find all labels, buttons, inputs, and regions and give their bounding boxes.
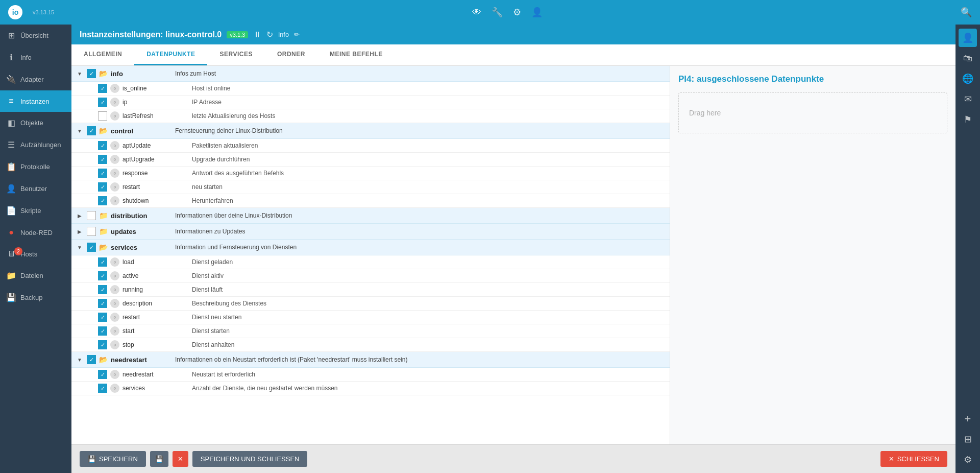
tab-ordner[interactable]: ORDNER [265,44,317,65]
group-row-needrestart: ▼ 📂 needrestart Informationen ob ein Neu… [71,352,670,368]
sidebar-item-objekte[interactable]: ◧ Objekte [0,112,71,134]
dp-name-description: description [122,300,189,307]
search-icon[interactable]: 🔍 [961,7,972,18]
content-split: ▼ 📂 info Infos zum Host ○ is_online Host… [71,66,955,444]
tab-datenpunkte[interactable]: DATENPUNKTE [134,44,207,65]
checkbox-needrestart[interactable] [87,355,96,364]
checkbox-needrestart-dp[interactable] [98,370,107,379]
pause-icon[interactable]: ⏸ [253,30,261,39]
checkbox-distribution[interactable] [87,211,96,220]
checkbox-restart-ctrl[interactable] [98,182,107,192]
dp-name-services-nr: services [122,385,189,392]
tab-services[interactable]: SERVICES [207,44,264,65]
type-icon-lastrefresh: ○ [110,111,119,121]
sidebar-item-skripte[interactable]: 📄 Skripte [0,200,71,222]
sidebar-item-hosts[interactable]: 🖥 Hosts 2 [0,243,71,265]
save2-icon: 💾 [155,455,163,463]
checkbox-running[interactable] [98,285,107,294]
checkbox-shutdown[interactable] [98,196,107,205]
rs-globe-icon[interactable]: 🌐 [959,69,977,88]
folder-icon-info: 📂 [99,69,108,78]
checkbox-aptupgrade[interactable] [98,155,107,164]
rs-settings-icon[interactable]: ⚙ [959,451,977,469]
data-row-shutdown: ○ shutdown Herunterfahren [71,194,670,208]
rs-user-icon[interactable]: 👤 [959,29,977,47]
person-icon[interactable]: 👤 [531,7,543,18]
expand-needrestart[interactable]: ▼ [76,356,84,364]
sidebar-item-adapter[interactable]: 🔌 Adapter [0,68,71,90]
close-button[interactable]: ✕ SCHLIESSEN [880,451,947,467]
dp-name-ip: ip [122,99,189,106]
save-close-button[interactable]: SPEICHERN UND SCHLIESSEN [192,451,308,467]
checkbox-stop[interactable] [98,340,107,349]
sidebar-item-label: Info [20,54,32,61]
checkbox-aptupdate[interactable] [98,141,107,150]
refresh-icon[interactable]: ↻ [266,30,273,39]
checkbox-start[interactable] [98,326,107,336]
rs-table-icon[interactable]: ⊞ [959,430,977,448]
tab-allgemein[interactable]: ALLGEMEIN [71,44,134,65]
sidebar-item-protokolle[interactable]: 📋 Protokolle [0,156,71,178]
data-row-description: ○ description Beschreibung des Dienstes [71,297,670,311]
save-label: SPEICHERN [99,455,138,463]
sidebar-item-label: Node-RED [20,229,53,236]
tab-meine-befehle[interactable]: MEINE BEFEHLE [317,44,395,65]
sidebar-item-instanzen[interactable]: ≡ Instanzen [0,90,71,112]
dp-desc-is-online: Host ist online [192,85,666,92]
info-link[interactable]: info [278,31,289,38]
wrench-icon[interactable]: 🔧 [492,7,503,18]
checkbox-ip[interactable] [98,98,107,107]
sidebar-item-label: Dateien [20,272,43,279]
checkbox-load[interactable] [98,257,107,267]
sidebar-item-backup[interactable]: 💾 Backup [0,287,71,309]
expand-updates[interactable]: ▶ [76,227,84,235]
prot-icon: 📋 [6,162,16,172]
type-icon-needrestart-dp: ○ [110,370,119,379]
rs-bag-icon[interactable]: 🛍 [959,49,977,67]
rs-mail-icon[interactable]: ✉ [959,90,977,108]
save-icon-only-button[interactable]: 💾 [150,451,168,467]
version-label: v3.13.15 [33,9,54,15]
dp-name-needrestart-dp: needrestart [122,371,189,378]
checkbox-description[interactable] [98,299,107,308]
sidebar-item-uebersicht[interactable]: ⊞ Übersicht [0,25,71,46]
sidebar-item-dateien[interactable]: 📁 Dateien [0,265,71,287]
gear-icon[interactable]: ⚙ [513,7,521,18]
script-icon: 📄 [6,206,16,216]
checkbox-is-online[interactable] [98,84,107,93]
checkbox-control[interactable] [87,126,96,135]
dp-name-stop: stop [122,341,189,348]
checkbox-restart-svc[interactable] [98,313,107,322]
edit-icon[interactable]: ✏ [294,31,300,38]
type-icon-description: ○ [110,299,119,308]
checkbox-services-nr[interactable] [98,384,107,393]
data-row-lastrefresh: ○ lastRefresh letzte Aktualisierung des … [71,109,670,123]
sidebar-item-benutzer[interactable]: 👤 Benutzer [0,178,71,200]
expand-control[interactable]: ▼ [76,127,84,135]
save-button[interactable]: 💾 SPEICHERN [80,451,146,467]
checkbox-lastrefresh[interactable] [98,111,107,121]
type-icon-active: ○ [110,271,119,280]
sidebar-item-aufzaehlungen[interactable]: ☰ Aufzählungen [0,134,71,156]
eye-icon[interactable]: 👁 [472,7,481,18]
rs-plus-icon[interactable]: + [959,410,977,428]
discard-button[interactable]: ✕ [173,451,188,467]
dp-name-load: load [122,258,189,266]
group-desc-control: Fernsteuerung deiner Linux-Distribution [175,127,283,134]
rs-flag-icon[interactable]: ⚑ [959,110,977,129]
sidebar-item-info[interactable]: ℹ Info [0,46,71,68]
checkbox-response[interactable] [98,169,107,178]
expand-info[interactable]: ▼ [76,69,84,78]
dp-desc-aptupgrade: Upgrade durchführen [192,156,666,163]
expand-distribution[interactable]: ▶ [76,211,84,220]
files-icon: 📁 [6,271,16,280]
checkbox-updates[interactable] [87,227,96,236]
sidebar-item-node-red[interactable]: ● Node-RED [0,222,71,243]
checkbox-active[interactable] [98,271,107,280]
checkbox-info[interactable] [87,69,96,78]
tabs: ALLGEMEIN DATENPUNKTE SERVICES ORDNER ME… [71,44,955,66]
checkbox-services[interactable] [87,243,96,252]
expand-services[interactable]: ▼ [76,243,84,251]
group-desc-services: Information und Fernsteuerung von Dienst… [175,244,297,251]
drop-zone[interactable]: Drag here [678,92,947,133]
